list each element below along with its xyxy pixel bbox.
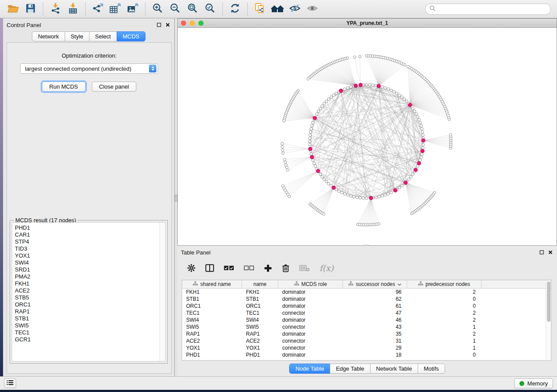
cell-shared-name[interactable]: SWI5	[182, 323, 242, 330]
import-network-button[interactable]	[47, 1, 64, 17]
open-file-button[interactable]	[4, 1, 22, 17]
mcds-result-item[interactable]: ORC1	[15, 301, 165, 308]
cell-predecessor-nodes[interactable]: 0	[407, 296, 481, 303]
zoom-in-button[interactable]	[149, 1, 166, 17]
cell-predecessor-nodes[interactable]: 1	[407, 323, 481, 330]
mcds-result-item[interactable]: CAR1	[15, 231, 165, 238]
cell-MCDS-role[interactable]: dominator	[278, 351, 343, 358]
cell-shared-name[interactable]: TEC1	[182, 309, 242, 316]
cell-shared-name[interactable]: RAP1	[182, 330, 242, 337]
mcds-result-item[interactable]: PMA2	[15, 273, 165, 280]
network-graph[interactable]	[178, 28, 557, 245]
cell-successor-nodes[interactable]: 29	[343, 344, 407, 351]
cell-shared-name[interactable]: STB1	[182, 296, 242, 303]
cell-successor-nodes[interactable]: 62	[343, 296, 407, 303]
cell-successor-nodes[interactable]: 61	[343, 303, 407, 309]
cell-successor-nodes[interactable]: 47	[343, 309, 407, 316]
tab-edge-table[interactable]: Edge Table	[330, 364, 370, 374]
tab-network[interactable]: Network	[32, 31, 65, 41]
cell-name[interactable]: FKH1	[242, 289, 278, 296]
mcds-result-item[interactable]: ACE2	[15, 287, 165, 294]
hide-selected-button[interactable]	[286, 1, 304, 17]
cell-MCDS-role[interactable]: connector	[278, 323, 343, 330]
delete-columns-icon[interactable]	[282, 264, 290, 272]
tab-mcds[interactable]: MCDS	[117, 31, 145, 41]
cell-predecessor-nodes[interactable]: 2	[407, 289, 481, 296]
cell-shared-name[interactable]: ACE2	[182, 337, 242, 344]
cell-MCDS-role[interactable]: connector	[278, 344, 343, 351]
run-mcds-button[interactable]: Run MCDS	[42, 82, 86, 92]
deselect-all-checkboxes-icon[interactable]	[244, 265, 254, 271]
table-row[interactable]: TEC1TEC1connector472	[182, 309, 551, 316]
memory-button[interactable]: Memory	[514, 378, 553, 389]
table-row[interactable]: STB1STB1dominator620	[182, 296, 551, 303]
cell-name[interactable]: SWI5	[242, 323, 278, 330]
cell-name[interactable]: ORC1	[242, 303, 278, 309]
cell-predecessor-nodes[interactable]: 2	[407, 309, 481, 316]
scrollbar-thumb[interactable]	[547, 282, 550, 322]
mcds-result-item[interactable]: YOX1	[15, 252, 165, 259]
search-box[interactable]	[425, 3, 551, 15]
mcds-result-item[interactable]: SWI4	[15, 259, 165, 266]
tab-style[interactable]: Style	[65, 31, 90, 41]
cell-MCDS-role[interactable]: dominator	[278, 316, 343, 323]
cell-MCDS-role[interactable]: dominator	[278, 330, 343, 337]
cell-successor-nodes[interactable]: 43	[343, 323, 407, 330]
mcds-result-item[interactable]: SRD1	[15, 266, 165, 273]
search-input[interactable]	[438, 6, 547, 12]
tab-network-table[interactable]: Network Table	[370, 364, 418, 374]
mcds-result-item[interactable]: FKH1	[15, 280, 165, 287]
first-neighbors-button[interactable]	[269, 1, 286, 17]
table-row[interactable]: ORC1ORC1dominator610	[182, 303, 551, 309]
cell-predecessor-nodes[interactable]: 1	[407, 344, 481, 351]
cell-shared-name[interactable]: YOX1	[182, 344, 242, 351]
mcds-result-item[interactable]: STP4	[15, 238, 165, 245]
export-image-button[interactable]	[124, 1, 142, 17]
cell-successor-nodes[interactable]: 35	[343, 330, 407, 337]
close-panel-button[interactable]: Close panel	[92, 82, 137, 92]
column-header-MCDS-role[interactable]: MCDS role	[278, 280, 343, 288]
cell-successor-nodes[interactable]: 18	[343, 351, 407, 358]
table-options-gear-icon[interactable]	[187, 264, 196, 272]
table-row[interactable]: SWI5SWI5connector431	[182, 323, 551, 330]
new-network-from-selection-button[interactable]	[251, 1, 269, 17]
cell-name[interactable]: ACE2	[242, 337, 278, 344]
cell-shared-name[interactable]: FKH1	[182, 289, 242, 296]
show-all-button[interactable]	[304, 1, 321, 17]
cell-MCDS-role[interactable]: dominator	[278, 303, 343, 309]
cell-predecessor-nodes[interactable]: 2	[407, 316, 481, 323]
cell-successor-nodes[interactable]: 31	[343, 337, 407, 344]
cell-successor-nodes[interactable]: 46	[343, 316, 407, 323]
cell-MCDS-role[interactable]: dominator	[278, 296, 343, 303]
table-row[interactable]: YOX1YOX1connector291	[182, 344, 551, 351]
cell-name[interactable]: PHD1	[242, 351, 278, 358]
cell-shared-name[interactable]: SWI4	[182, 316, 242, 323]
cell-predecessor-nodes[interactable]: 1	[407, 337, 481, 344]
zoom-out-button[interactable]	[166, 1, 184, 17]
column-header-name[interactable]: name	[242, 280, 278, 288]
criterion-select[interactable]: largest connected component (undirected)	[20, 63, 158, 74]
cell-name[interactable]: YOX1	[242, 344, 278, 351]
mcds-result-item[interactable]: SWI5	[15, 322, 165, 329]
table-row[interactable]: ACE2ACE2connector311	[182, 337, 551, 344]
cell-successor-nodes[interactable]: 96	[343, 289, 407, 296]
mcds-result-item[interactable]: TID3	[15, 245, 165, 252]
mcds-result-item[interactable]: STB1	[15, 315, 165, 322]
task-history-button[interactable]	[4, 378, 16, 388]
cell-MCDS-role[interactable]: connector	[278, 309, 343, 316]
cell-predecessor-nodes[interactable]: 0	[407, 351, 481, 358]
float-panel-icon[interactable]	[540, 250, 544, 254]
column-header-shared-name[interactable]: shared name	[182, 280, 242, 288]
mcds-result-item[interactable]: STB5	[15, 294, 165, 301]
table-scrollbar[interactable]	[546, 281, 550, 360]
tab-select[interactable]: Select	[89, 31, 117, 41]
save-session-button[interactable]	[22, 1, 39, 17]
cell-predecessor-nodes[interactable]: 0	[407, 303, 481, 309]
select-all-checkboxes-icon[interactable]	[224, 265, 234, 271]
close-panel-icon[interactable]	[166, 23, 170, 27]
cell-MCDS-role[interactable]: dominator	[278, 289, 343, 296]
export-network-button[interactable]	[89, 1, 107, 17]
cell-name[interactable]: RAP1	[242, 330, 278, 337]
import-table-button[interactable]	[64, 1, 82, 17]
mcds-result-item[interactable]: TEC1	[15, 329, 165, 336]
